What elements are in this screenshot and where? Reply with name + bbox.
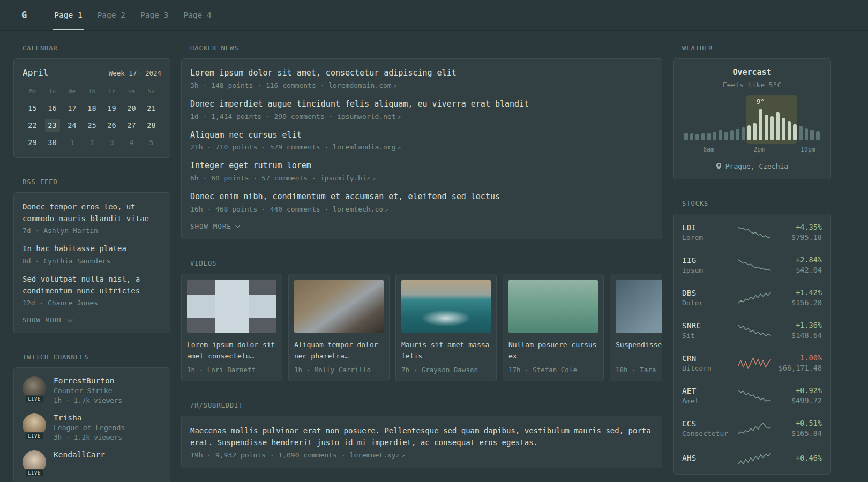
stock-symbol: LDI [682,223,696,232]
video-card[interactable]: Suspendisse diam 18h · Tara [610,274,662,381]
hackernews-item: Aliquam nec cursus elit 21h · 710 points… [190,130,653,152]
hackernews-item-title[interactable]: Integer eget rutrum lorem [190,161,311,170]
twitch-channel-row[interactable]: LIVE KendallCarr [23,450,161,474]
hackernews-item-stats: 3h · 148 points · 116 comments · [190,81,324,89]
rss-item-title[interactable]: In hac habitasse platea [23,244,126,253]
nav-divider [39,8,39,22]
stock-sparkline [737,421,772,435]
stock-price: $42.04 [775,266,822,274]
stock-row[interactable]: AHS +0.46% [682,451,822,465]
stock-change: +0.51% [775,419,822,427]
stock-row[interactable]: IIGIpsum +2.84%$42.04 [682,255,822,274]
stock-change: +1.36% [775,321,822,329]
stock-row[interactable]: SNRCSit +1.36%$148.64 [682,321,822,340]
calendar-dow: Sa [122,86,141,97]
stock-row[interactable]: CCSConsectetur +0.51%$165.84 [682,419,822,438]
hackernews-item-title[interactable]: Lorem ipsum dolor sit amet, consectetur … [190,68,457,78]
weather-bar [788,121,791,140]
weather-bar [707,133,711,141]
video-card[interactable]: Mauris sit amet massa felis 7h · Grayson… [395,274,497,381]
rss-show-more-button[interactable]: SHOW MORE [23,316,161,324]
stock-row[interactable]: CRNBitcorn -1.00%$66,171.48 [682,353,822,372]
external-link-icon: ↗ [385,206,388,213]
rss-item-title[interactable]: Donec tempor eros leo, ut commodo mauris… [23,202,149,223]
subreddit-post-text[interactable]: Maecenas mollis pulvinar erat non posuer… [190,426,651,447]
stock-sparkline [737,323,772,337]
avatar-wrapper: LIVE [23,376,46,400]
calendar-card: April Week 17·2024 Mo Tu We Th Fr Sa Su … [13,58,170,158]
stock-row[interactable]: LDILorem +4.35%$795.18 [682,223,822,242]
video-thumbnail [294,280,384,333]
twitch-channel-meta: 1h · 1.7k viewers [54,396,122,404]
weather-bar [736,129,739,140]
calendar-day: 22 [25,119,40,132]
video-meta: 18h · Tara [610,362,662,381]
stock-row[interactable]: DBSDolor +1.42%$156.28 [682,288,822,307]
tab-page-1[interactable]: Page 1 [53,0,83,30]
stock-price: $165.84 [775,429,822,438]
calendar-day: 29 [25,136,40,149]
weather-bar [759,109,762,140]
weather-bar [753,123,757,140]
twitch-card: LIVE ForrestBurton Counter-Strike 1h · 1… [13,367,170,482]
live-badge: LIVE [25,395,44,403]
tab-page-3[interactable]: Page 3 [139,0,169,30]
stock-symbol: AHS [682,454,696,462]
weather-bar [724,132,728,140]
twitch-channel-row[interactable]: LIVE Trisha League of Legends 3h · 1.2k … [23,413,161,441]
app-logo[interactable]: G [21,10,27,20]
twitch-channel-name: ForrestBurton [54,376,122,385]
source-domain: ipsumworld.net [337,112,396,120]
weather-widget: WEATHER Overcast Feels like 5°C 9° 6am2p… [673,44,831,179]
stock-row[interactable]: AETAmet +0.92%$499.72 [682,386,822,405]
hackernews-item-source-link[interactable]: ipsumworld.net↗ [337,112,401,120]
hackernews-card: Lorem ipsum dolor sit amet, consectetur … [181,58,662,239]
weather-bar [690,133,694,140]
hackernews-item-source-link[interactable]: loremtech.co↗ [333,205,388,213]
hackernews-item-title[interactable]: Aliquam nec cursus elit [190,130,302,140]
calendar-day: 18 [85,102,100,115]
weather-bar [793,124,797,140]
stock-symbol: CRN [682,354,696,363]
video-title: Aliquam tempor dolor nec pharetra… [289,338,389,362]
hackernews-item-title[interactable]: Donec imperdiet augue tincidunt felis al… [190,99,529,109]
hackernews-item-meta: 16h · 468 points · 440 comments · loremt… [190,205,653,213]
video-thumbnail [616,280,662,333]
weather-time-label: 6am [703,146,714,153]
rss-item-title[interactable]: Sed volutpat nulla nisl, a condimentum n… [23,275,140,295]
video-card[interactable]: Lorem ipsum dolor sit amet consectetu… 1… [181,274,282,381]
weather-time-label: 2pm [753,146,765,153]
stock-symbol: DBS [682,289,696,297]
calendar-day: 26 [104,119,119,132]
tab-page-2[interactable]: Page 2 [96,0,126,30]
stock-change: -1.00% [775,353,822,362]
weather-condition: Overcast [682,67,822,77]
stock-price: $148.64 [775,331,822,340]
hackernews-item-source-link[interactable]: loremlandia.org↗ [333,143,401,151]
weather-time-label: 10pm [800,146,815,153]
chevron-down-icon [235,223,240,228]
calendar-day-next-month: 1 [65,136,80,149]
hackernews-item-source-link[interactable]: ipsumify.biz↗ [320,174,376,182]
stock-name: Consectetur [682,430,734,438]
weather-bar [684,133,688,141]
rss-item: Donec tempor eros leo, ut commodo mauris… [23,201,161,235]
video-card[interactable]: Nullam posuere cursus ex 17h · Stefan Co… [503,274,604,381]
hackernews-item-source-link[interactable]: loremdomain.com↗ [328,81,396,89]
source-domain: loremtech.co [333,205,383,213]
hackernews-item-title[interactable]: Donec enim nibh, condimentum et accumsan… [190,192,500,201]
calendar-dow: Fr [102,86,122,97]
hackernews-show-more-button[interactable]: SHOW MORE [190,222,653,230]
calendar-day-next-month: 2 [85,136,100,149]
hackernews-item-meta: 6h · 60 points · 57 comments · ipsumify.… [190,174,653,182]
stock-sparkline [737,356,772,370]
subreddit-source-link[interactable]: loremnet.xyz↗ [349,451,405,459]
source-domain: loremdomain.com [328,81,391,89]
stock-change: +4.35% [775,223,822,231]
source-domain: ipsumify.biz [320,174,371,182]
stock-name: Lorem [682,234,734,242]
avatar-wrapper: LIVE [23,450,46,474]
twitch-channel-row[interactable]: LIVE ForrestBurton Counter-Strike 1h · 1… [23,376,161,404]
tab-page-4[interactable]: Page 4 [182,0,212,30]
video-card[interactable]: Aliquam tempor dolor nec pharetra… 1h · … [288,274,390,381]
